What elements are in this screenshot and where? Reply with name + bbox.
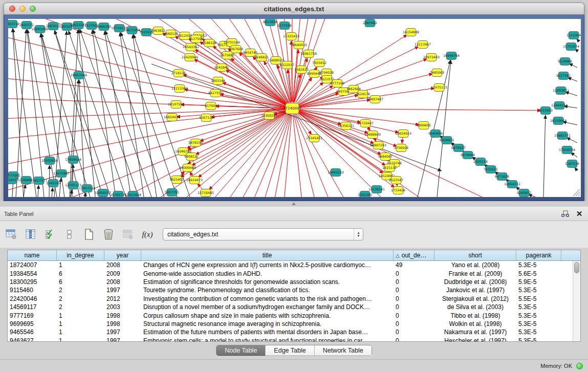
network-node[interactable]: 8471626 — [495, 173, 509, 181]
column-header-name[interactable]: name — [8, 250, 57, 260]
scrollbar-thumb[interactable] — [574, 262, 579, 273]
column-header-short[interactable]: short — [434, 250, 516, 260]
network-node[interactable]: 16154808 — [403, 29, 419, 36]
network-node[interactable]: 12213369 — [171, 85, 188, 93]
network-node[interactable]: 15751074 — [563, 43, 579, 51]
network-node[interactable]: 8427552 — [208, 90, 223, 97]
column-header-in_degree[interactable]: in_degree — [57, 250, 104, 260]
network-node[interactable]: 15356121 — [338, 122, 354, 130]
table-row[interactable]: 946362711997Embryonic stem cells: a mode… — [8, 337, 580, 342]
tab-edge-table[interactable]: Edge Table — [266, 345, 314, 356]
network-node[interactable]: 1803714 — [8, 20, 19, 28]
network-node[interactable]: 12923448 — [125, 191, 141, 198]
network-node[interactable]: 1187534 — [565, 160, 579, 168]
network-node[interactable]: 9245652 — [517, 189, 531, 197]
network-canvas[interactable]: 1803714240557220691406206351118932241065… — [8, 19, 581, 197]
unselect-all-button[interactable] — [61, 227, 78, 242]
function-builder-button[interactable]: f(x) — [139, 227, 156, 242]
column-settings-button[interactable] — [3, 227, 19, 242]
network-node[interactable]: 9777169 — [330, 80, 344, 87]
network-node[interactable]: 9127508 — [189, 35, 203, 43]
network-node[interactable]: 8660128 — [164, 30, 178, 38]
network-node[interactable]: 16961758 — [300, 50, 317, 58]
network-node[interactable]: 19654923 — [395, 130, 411, 138]
network-node[interactable]: 14099488 — [180, 164, 196, 172]
network-node[interactable]: 1562615 — [294, 66, 309, 74]
table-row[interactable]: 946554611997Estimation of the future num… — [8, 328, 580, 336]
network-node[interactable]: 9498222 — [184, 153, 199, 161]
network-node[interactable]: 7955812 — [312, 59, 326, 67]
network-node[interactable]: 1292345 — [358, 191, 372, 198]
show-column-button[interactable] — [23, 227, 39, 242]
network-node[interactable]: 9267110 — [199, 114, 213, 122]
network-node[interactable]: 7632621 — [484, 166, 498, 173]
tab-network-table[interactable]: Network Table — [315, 345, 372, 356]
network-node[interactable]: 9529966 — [558, 58, 572, 65]
network-node[interactable]: 12444151 — [551, 102, 568, 110]
table-select-dropdown[interactable]: citations_edges.txt ▲▼ — [163, 228, 363, 240]
network-node[interactable]: 10807487 — [367, 96, 383, 103]
panel-splitter[interactable] — [0, 201, 588, 207]
table-row[interactable]: 911546021997Tourette syndrome. Phenomeno… — [8, 286, 580, 294]
table-row[interactable]: 1830029562008Estimation of significance … — [8, 278, 580, 286]
column-header-out_de[interactable]: △out_de… — [394, 250, 434, 260]
network-node[interactable]: 9146821 — [254, 54, 269, 61]
network-node[interactable]: 16948784 — [443, 52, 460, 60]
network-node[interactable]: 10688609 — [364, 131, 381, 139]
select-all-button[interactable] — [42, 227, 58, 242]
network-node[interactable]: 2718126 — [171, 70, 186, 77]
network-node[interactable]: 2087682 — [363, 19, 377, 27]
network-node[interactable]: 2803144 — [211, 77, 225, 85]
network-node[interactable]: 14136141 — [368, 186, 385, 193]
network-node[interactable]: 9756928 — [394, 144, 408, 152]
network-node[interactable]: 1145193 — [46, 180, 60, 187]
network-node[interactable]: 8186328 — [202, 39, 216, 47]
table-row[interactable]: 969969511998Structural magnetic resonanc… — [8, 320, 580, 328]
network-node[interactable]: 5878334 — [188, 139, 203, 147]
canvas-resize-grip[interactable] — [573, 189, 580, 196]
network-node[interactable]: 10973493 — [423, 54, 440, 61]
table-row[interactable]: 1456911722003Disruption of a novel membe… — [8, 303, 580, 311]
table-row[interactable]: 977716911998Corpus callosum shape and si… — [8, 311, 580, 319]
network-window-titlebar[interactable]: citations_edges.txt — [4, 3, 584, 15]
network-node[interactable]: 1733426 — [391, 187, 405, 194]
network-node[interactable]: 9227342 — [556, 72, 571, 80]
network-node[interactable]: 17016504 — [559, 146, 575, 154]
network-node[interactable]: 6466160 — [97, 23, 111, 31]
network-node[interactable]: 1572586 — [277, 22, 292, 30]
network-node[interactable]: 10958107 — [95, 189, 111, 197]
network-node[interactable]: 2063511 — [46, 23, 60, 30]
table-row[interactable]: 2242004622012Investigating the contribut… — [8, 295, 580, 303]
column-header-pagerank[interactable]: pagerank — [516, 250, 561, 260]
network-node[interactable]: 7485063 — [430, 69, 444, 77]
network-node[interactable]: 10654112 — [504, 181, 520, 188]
tab-node-table[interactable]: Node Table — [216, 345, 266, 356]
network-node[interactable]: 8813054 — [263, 19, 277, 26]
network-node[interactable]: 15720407 — [357, 120, 374, 127]
table-vertical-scrollbar[interactable] — [573, 261, 580, 341]
network-node[interactable]: 18914473 — [186, 177, 203, 184]
network-node[interactable]: 16654935 — [164, 114, 180, 121]
network-node[interactable]: 2522547 — [389, 177, 403, 184]
table-row[interactable]: 1938455462009Genome-wide association stu… — [8, 269, 580, 277]
network-node[interactable]: 2935114 — [473, 158, 488, 166]
network-node[interactable]: 6879197 — [451, 144, 466, 152]
network-node[interactable]: 8215953 — [538, 107, 553, 115]
network-node[interactable]: 9640954 — [428, 130, 443, 138]
column-header-title[interactable]: title — [141, 250, 394, 260]
network-node[interactable]: 1112304 — [567, 32, 581, 39]
network-node[interactable]: 18107553 — [168, 101, 184, 108]
delete-column-button[interactable] — [100, 227, 117, 242]
network-node[interactable]: 8322037 — [280, 61, 294, 69]
network-node[interactable]: 17859924 — [65, 156, 81, 164]
network-node[interactable]: 7625402 — [169, 176, 184, 184]
network-node[interactable]: 9242845 — [214, 64, 229, 72]
network-node[interactable]: 5675685 — [220, 52, 234, 59]
float-panel-button[interactable] — [559, 209, 571, 218]
column-header-year[interactable]: year — [104, 250, 141, 260]
network-hub-node[interactable]: 17240007 — [283, 103, 302, 114]
network-node[interactable]: 9684067 — [378, 153, 393, 161]
network-node[interactable]: 18640910 — [291, 41, 307, 49]
network-node[interactable]: 16210643 — [550, 117, 567, 125]
network-node[interactable]: 3624574 — [356, 91, 370, 98]
